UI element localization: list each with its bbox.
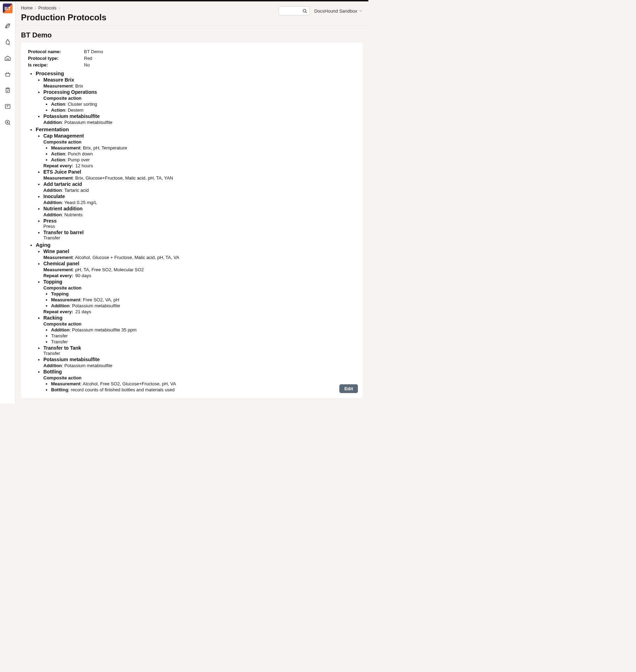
label-repeat: Repeat every:	[43, 273, 73, 278]
sub-measurement: Measurement: Free SO2, VA, pH	[51, 297, 356, 302]
detail-value: Destem	[68, 107, 84, 113]
sidebar: BT	[0, 1, 15, 404]
label-measurement: Measurement	[51, 381, 80, 386]
phase-aging: Aging Wine panel Measurement: Alcohol, G…	[36, 242, 356, 392]
detail-value: Potassium metabisulfite	[64, 120, 112, 125]
label-repeat: Repeat every:	[43, 163, 73, 168]
detail-value: Brix, Glucose+Fructose, Malic acid, pH, …	[75, 175, 173, 181]
detail-value: record counts of finished bottles and ma…	[71, 387, 175, 392]
step-inoculate: Inoculate Addition: Yeast 0.25 mg/L	[43, 194, 356, 205]
step-title: Cap Management	[43, 133, 356, 139]
step-title: Potassium metabisulfite	[43, 357, 356, 362]
step-title: Transfer to barrel	[43, 230, 356, 235]
repeat-value: 90 days	[75, 273, 91, 278]
step-measure-brix: Measure Brix Measurement: Brix	[43, 77, 356, 89]
app-logo[interactable]: BT	[3, 4, 13, 13]
protocol-tree: Processing Measure Brix Measurement: Bri…	[28, 70, 356, 392]
step-title: Transfer to Tank	[43, 345, 356, 351]
step-wine-panel: Wine panel Measurement: Alcohol, Glucose…	[43, 248, 356, 260]
leaf-icon[interactable]	[3, 21, 13, 31]
breadcrumb-protocols[interactable]: Protocols	[38, 6, 57, 10]
step-tartaric: Add tartaric acid Addition: Tartaric aci…	[43, 181, 356, 193]
chevron-down-icon	[359, 9, 363, 13]
step-cap-management: Cap Management Composite action Measurem…	[43, 133, 356, 168]
edit-button[interactable]: Edit	[339, 384, 358, 393]
detail-value: Potassium metabisulfite 35 ppm	[72, 327, 136, 332]
label-composite: Composite action	[43, 285, 82, 290]
sub-action: Action: Destem	[51, 107, 356, 113]
protocol-name-heading: BT Demo	[15, 26, 368, 43]
phase-title: Aging	[36, 242, 356, 248]
label-composite: Composite action	[43, 375, 82, 380]
meta-recipe-value: No	[84, 62, 90, 68]
repeat-value: 21 days	[75, 309, 91, 314]
step-kms: Potassium metabisulfite Addition: Potass…	[43, 113, 356, 125]
main-content: Home › Protocols › Production Protocols …	[15, 1, 368, 404]
detail-value: Alcohol, Free SO2, Glucose+Fructose, pH,…	[83, 381, 176, 386]
label-topping: Topping	[51, 291, 69, 296]
phase-processing: Processing Measure Brix Measurement: Bri…	[36, 70, 356, 125]
breadcrumb: Home › Protocols ›	[21, 6, 106, 10]
step-title: Press	[43, 218, 356, 224]
drop-icon[interactable]	[3, 37, 13, 47]
repeat-value: 12 hours	[75, 163, 93, 168]
detail-value: Brix	[75, 83, 83, 89]
sub-addition: Addition: Potassium metabisulfite 35 ppm	[51, 327, 356, 332]
step-title: Processing Operations	[43, 89, 356, 95]
step-bottling: Bottling Composite action Measurement: A…	[43, 369, 356, 392]
step-title: Topping	[43, 279, 356, 285]
detail-value: Transfer	[43, 235, 356, 240]
step-title: Inoculate	[43, 194, 356, 199]
search-input[interactable]	[278, 6, 310, 15]
detail-value: Potassium metabisulfite	[72, 303, 120, 308]
meta-type-value: Red	[84, 56, 92, 61]
breadcrumb-home[interactable]: Home	[21, 6, 33, 10]
step-title: Nutrient addition	[43, 206, 356, 211]
detail-value: Potassium metabisulfite	[64, 363, 112, 368]
step-transfer-barrel: Transfer to barrel Transfer	[43, 230, 356, 240]
repeat-row: Repeat every:21 days	[43, 309, 356, 314]
label-composite: Composite action	[43, 321, 82, 327]
detail-value: Press	[43, 224, 356, 229]
step-press: Press Press	[43, 218, 356, 229]
step-ets-panel: ETS Juice Panel Measurement: Brix, Gluco…	[43, 169, 356, 181]
report-icon[interactable]	[3, 102, 13, 111]
workspace-switcher[interactable]: DocsHound Sandbox	[314, 8, 363, 14]
step-title: Potassium metabisulfite	[43, 113, 356, 119]
detail-value: Cluster sorting	[68, 102, 97, 107]
cost-icon[interactable]	[3, 118, 13, 127]
step-title: ETS Juice Panel	[43, 169, 356, 175]
basket-icon[interactable]	[3, 69, 13, 79]
sub-topping: Topping	[51, 291, 356, 296]
warehouse-icon[interactable]	[3, 53, 13, 63]
label-measurement: Measurement	[51, 297, 80, 302]
label-action: Action	[51, 107, 65, 113]
detail-value: Alcohol, Glucose + Fructose, Malic acid,…	[75, 255, 179, 260]
meta-row-type: Protocol type: Red	[28, 56, 356, 61]
label-composite: Composite action	[43, 139, 82, 145]
step-chem-panel: Chemical panel Measurement: pH, TA, Free…	[43, 261, 356, 278]
phase-title: Processing	[36, 70, 356, 76]
detail-value: Transfer	[43, 351, 356, 356]
sub-bottling: Bottling: record counts of finished bott…	[51, 387, 356, 392]
label-repeat: Repeat every:	[43, 309, 73, 314]
sub-transfer: Transfer	[51, 333, 356, 338]
step-title: Wine panel	[43, 248, 356, 254]
step-title: Racking	[43, 315, 356, 321]
svg-rect-1	[5, 104, 10, 108]
step-title: Chemical panel	[43, 261, 356, 266]
repeat-row: Repeat every:12 hours	[43, 163, 356, 168]
search-icon	[302, 8, 308, 14]
sub-action: Action: Cluster sorting	[51, 102, 356, 107]
step-transfer-tank: Transfer to Tank Transfer	[43, 345, 356, 356]
meta-row-recipe: Is recipe: No	[28, 62, 356, 68]
detail-value: Yeast 0.25 mg/L	[64, 200, 97, 205]
sub-transfer: Transfer	[51, 339, 356, 344]
step-title: Measure Brix	[43, 77, 356, 83]
detail-value: Brix, pH, Temperature	[83, 145, 127, 150]
clipboard-icon[interactable]	[3, 85, 13, 95]
meta-row-name: Protocol name: BT Demo	[28, 49, 356, 54]
breadcrumb-sep: ›	[59, 6, 60, 10]
svg-point-3	[303, 9, 306, 12]
label-addition: Addition	[43, 120, 62, 125]
